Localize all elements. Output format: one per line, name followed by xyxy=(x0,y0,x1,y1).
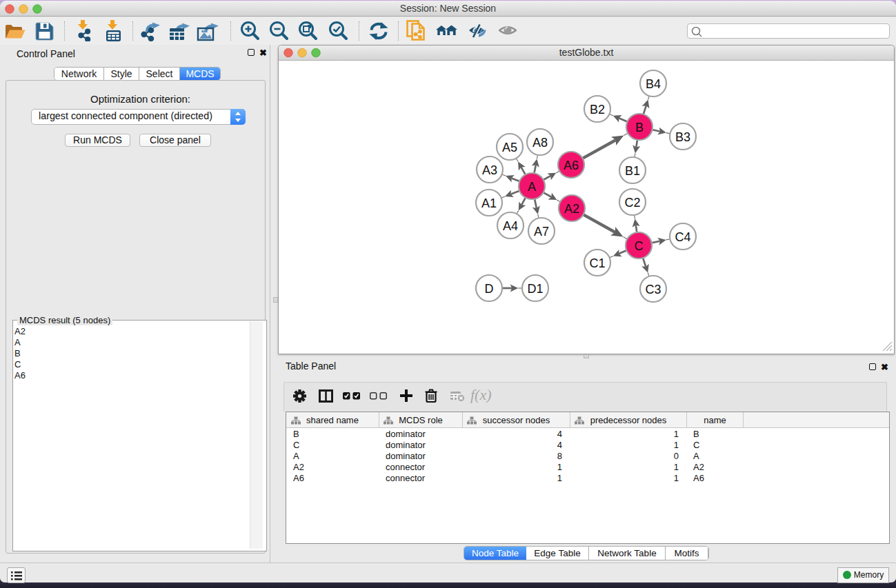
svg-text:B3: B3 xyxy=(675,130,690,144)
svg-text:A1: A1 xyxy=(481,196,497,210)
svg-text:D1: D1 xyxy=(527,282,543,296)
svg-text:A4: A4 xyxy=(503,219,518,233)
svg-text:B2: B2 xyxy=(590,103,605,116)
svg-text:A7: A7 xyxy=(534,225,549,239)
svg-text:B4: B4 xyxy=(646,77,661,91)
svg-text:C1: C1 xyxy=(589,256,605,270)
svg-text:A2: A2 xyxy=(564,202,579,216)
svg-text:C4: C4 xyxy=(675,230,690,244)
svg-text:B: B xyxy=(635,121,644,134)
svg-text:B1: B1 xyxy=(625,164,640,178)
svg-text:D: D xyxy=(485,282,494,296)
svg-text:A3: A3 xyxy=(482,163,497,177)
svg-text:C: C xyxy=(635,239,644,253)
svg-text:A5: A5 xyxy=(502,141,517,154)
svg-text:C3: C3 xyxy=(645,283,661,296)
svg-text:A: A xyxy=(528,180,536,194)
svg-text:A8: A8 xyxy=(532,136,548,150)
svg-text:A6: A6 xyxy=(564,159,579,172)
svg-text:C2: C2 xyxy=(624,196,640,210)
